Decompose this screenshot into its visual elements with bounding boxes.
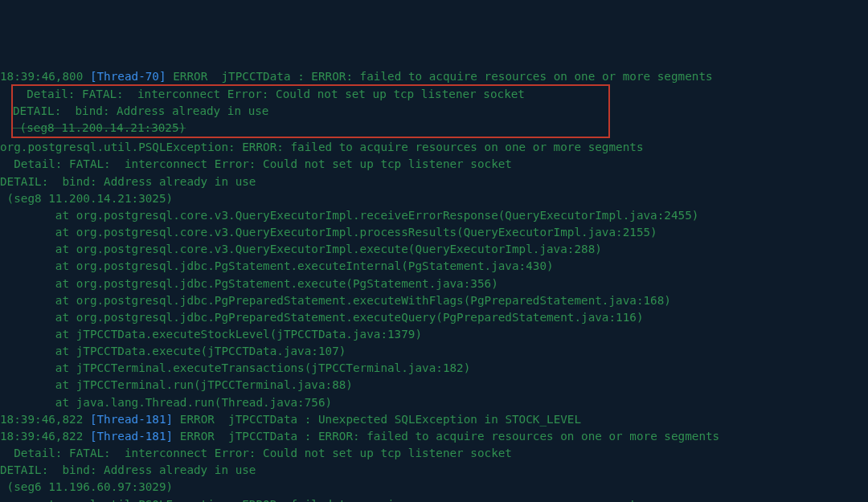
highlighted-error-box: Detail: FATAL: interconnect Error: Could… [11, 84, 610, 138]
log-line-error-header: 18:39:46,800 [Thread-70] ERROR jTPCCTDat… [0, 68, 868, 85]
log-line-exception: org.postgresql.util.PSQLException: ERROR… [0, 139, 868, 156]
stack-frame: at org.postgresql.core.v3.QueryExecutorI… [0, 241, 868, 258]
log-line-segment: (seg6 11.196.60.97:3029) [0, 479, 868, 496]
stack-frame: at jTPCCTData.executeStockLevel(jTPCCTDa… [0, 326, 868, 343]
stack-frame: at org.postgresql.core.v3.QueryExecutorI… [0, 224, 868, 241]
thread-id: [Thread-181] [90, 413, 173, 426]
log-line-exception: org.postgresql.util.PSQLException: ERROR… [0, 496, 868, 502]
stack-frame: at org.postgresql.jdbc.PgStatement.execu… [0, 258, 868, 275]
stack-frame: at org.postgresql.core.v3.QueryExecutorI… [0, 207, 868, 224]
log-line-segment: (seg8 11.200.14.21:3025) [13, 120, 605, 137]
stack-frame: at jTPCCTerminal.executeTransactions(jTP… [0, 360, 868, 377]
log-line-detail-bind: DETAIL: bind: Address already in use [0, 173, 868, 190]
stack-frame: at org.postgresql.jdbc.PgPreparedStateme… [0, 292, 868, 309]
stack-frame: at org.postgresql.jdbc.PgStatement.execu… [0, 275, 868, 292]
stack-frame: at java.lang.Thread.run(Thread.java:756) [0, 394, 868, 411]
stack-frame: at jTPCCTData.execute(jTPCCTData.java:10… [0, 343, 868, 360]
terminal-log: 18:39:46,800 [Thread-70] ERROR jTPCCTDat… [0, 68, 868, 502]
log-line-segment: (seg8 11.200.14.21:3025) [0, 190, 868, 207]
thread-id: [Thread-70] [90, 70, 166, 83]
log-line-detail-fatal: Detail: FATAL: interconnect Error: Could… [0, 445, 868, 462]
log-line-detail-fatal: Detail: FATAL: interconnect Error: Could… [0, 156, 868, 173]
log-line-error-header: 18:39:46,822 [Thread-181] ERROR jTPCCTDa… [0, 428, 868, 445]
log-line-detail-bind: DETAIL: bind: Address already in use [0, 462, 868, 479]
log-line-detail-fatal: Detail: FATAL: interconnect Error: Could… [13, 86, 605, 103]
log-line-error-header: 18:39:46,822 [Thread-181] ERROR jTPCCTDa… [0, 411, 868, 428]
log-line-detail-bind: DETAIL: bind: Address already in use [13, 103, 605, 120]
stack-frame: at jTPCCTerminal.run(jTPCCTerminal.java:… [0, 377, 868, 394]
stack-frame: at org.postgresql.jdbc.PgPreparedStateme… [0, 309, 868, 326]
thread-id: [Thread-181] [90, 430, 173, 443]
